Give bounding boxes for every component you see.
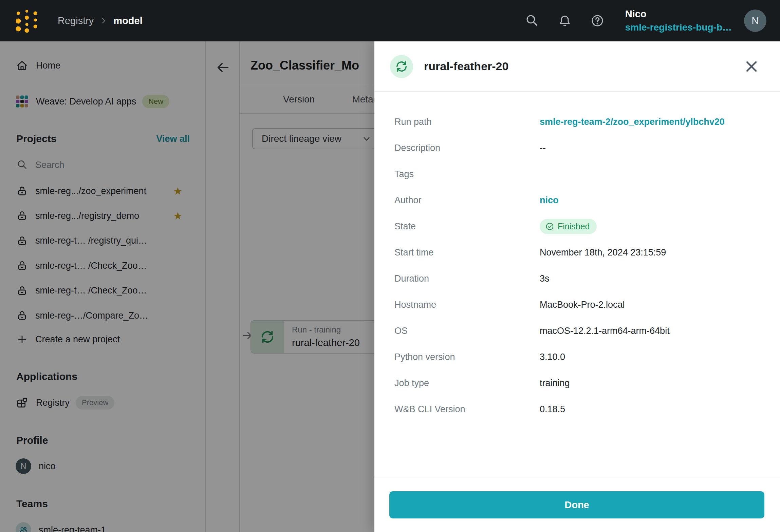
detail-row: Duration 3s xyxy=(374,266,780,292)
detail-value: training xyxy=(540,378,570,388)
detail-value: -- xyxy=(540,143,546,153)
detail-row: Python version 3.10.0 xyxy=(374,344,780,370)
check-circle-icon xyxy=(545,222,554,231)
detail-row: Start time November 18th, 2024 23:15:59 xyxy=(374,240,780,266)
detail-row: OS macOS-12.2.1-arm64-arm-64bit xyxy=(374,318,780,344)
detail-label: OS xyxy=(394,326,408,336)
detail-label: Description xyxy=(394,143,440,153)
detail-label: Job type xyxy=(394,378,429,388)
detail-label: Tags xyxy=(394,169,414,179)
detail-label: Hostname xyxy=(394,300,436,310)
search-icon[interactable] xyxy=(525,14,539,27)
detail-value: MacBook-Pro-2.local xyxy=(540,300,625,310)
run-details-drawer: rural-feather-20 Run path smle-reg-team-… xyxy=(374,41,780,532)
breadcrumb-registry[interactable]: Registry xyxy=(58,15,94,26)
detail-value: 0.18.5 xyxy=(540,404,565,415)
user-name: Nico xyxy=(625,8,732,20)
footer-divider xyxy=(374,477,780,477)
detail-row: Author nico xyxy=(374,187,780,213)
user-org: smle-registries-bug-b… xyxy=(625,22,732,33)
chevron-right-icon xyxy=(99,16,108,25)
app-root: Registry model Nico smle-registries-bug-… xyxy=(0,0,780,532)
detail-row: State Finished xyxy=(374,213,780,240)
user-menu[interactable]: Nico smle-registries-bug-b… xyxy=(625,8,732,33)
avatar[interactable]: N xyxy=(744,10,766,32)
close-icon[interactable] xyxy=(743,58,760,75)
detail-value: macOS-12.2.1-arm64-arm-64bit xyxy=(540,326,670,336)
detail-label: Author xyxy=(394,195,422,206)
help-icon[interactable] xyxy=(591,14,604,27)
breadcrumb: Registry model xyxy=(58,15,143,26)
top-navbar: Registry model Nico smle-registries-bug-… xyxy=(0,0,780,41)
detail-value-link[interactable]: nico xyxy=(540,195,559,206)
breadcrumb-model[interactable]: model xyxy=(113,15,142,26)
wandb-logo-icon[interactable] xyxy=(16,8,38,33)
detail-value: 3.10.0 xyxy=(540,352,565,362)
drawer-title: rural-feather-20 xyxy=(424,60,508,73)
detail-row: Job type training xyxy=(374,370,780,396)
detail-value: 3s xyxy=(540,273,550,284)
drawer-header: rural-feather-20 xyxy=(374,41,780,92)
done-button[interactable]: Done xyxy=(389,491,764,518)
detail-label: Run path xyxy=(394,117,432,127)
detail-row: Run path smle-reg-team-2/zoo_experiment/… xyxy=(374,109,780,135)
navbar-right: Nico smle-registries-bug-b… N xyxy=(506,8,766,33)
detail-row: Description -- xyxy=(374,135,780,161)
detail-row: Hostname MacBook-Pro-2.local xyxy=(374,292,780,318)
bell-icon[interactable] xyxy=(558,14,572,27)
state-badge: Finished xyxy=(540,219,597,234)
detail-value-link[interactable]: smle-reg-team-2/zoo_experiment/ylbchv20 xyxy=(540,117,725,127)
detail-label: Duration xyxy=(394,273,429,284)
detail-label: Start time xyxy=(394,247,434,258)
detail-label: W&B CLI Version xyxy=(394,404,465,415)
detail-row: W&B CLI Version 0.18.5 xyxy=(374,396,780,422)
run-refresh-icon xyxy=(390,55,413,78)
dim-overlay[interactable] xyxy=(0,41,374,532)
detail-label: State xyxy=(394,221,416,232)
detail-value: November 18th, 2024 23:15:59 xyxy=(540,247,666,258)
run-details-table: Run path smle-reg-team-2/zoo_experiment/… xyxy=(374,92,780,422)
detail-row: Tags xyxy=(374,161,780,187)
detail-label: Python version xyxy=(394,352,455,362)
